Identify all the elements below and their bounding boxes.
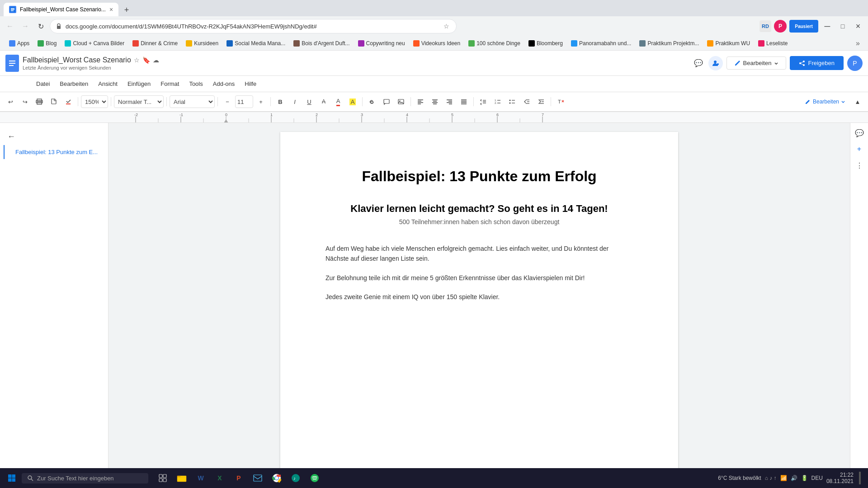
extension-icon-pausiert[interactable]: Pausiert — [789, 20, 818, 33]
new-tab-button[interactable]: + — [120, 4, 133, 16]
style-select[interactable]: Normaler T...Überschrift 1Überschrift 2 — [114, 95, 164, 108]
minimize-button[interactable]: ─ — [821, 20, 834, 33]
bearbeiten-button[interactable]: Bearbeiten — [726, 56, 787, 70]
bookmark-dinner[interactable]: Dinner & Crime — [129, 38, 181, 48]
back-button[interactable]: ← — [4, 20, 16, 33]
line-spacing-button[interactable] — [476, 95, 490, 108]
taskbar-app-5[interactable]: ♪ — [287, 469, 305, 487]
bookmarks-more-button[interactable]: » — [853, 39, 863, 47]
align-justify-button[interactable] — [457, 95, 471, 108]
avatar-circle[interactable]: P — [774, 20, 787, 33]
extension-icon-1[interactable]: RD — [760, 20, 771, 32]
taskbar-mail[interactable] — [249, 469, 267, 487]
windows-start-button[interactable] — [4, 470, 20, 486]
bookmark-doc-icon[interactable]: 🔖 — [142, 56, 150, 64]
active-tab[interactable]: Fallbeispiel_Worst Case Szenario... × — [4, 3, 118, 16]
forward-button[interactable]: → — [19, 20, 32, 33]
bookmark-100dinge[interactable]: 100 schöne Dinge — [465, 38, 524, 48]
network-icon[interactable]: 📶 — [780, 475, 787, 481]
align-left-button[interactable] — [414, 95, 427, 108]
bookmark-apps[interactable]: Apps — [5, 38, 33, 48]
clear-format-button[interactable]: T — [554, 95, 567, 108]
spellcheck-button[interactable] — [61, 95, 75, 108]
menu-einfuegen[interactable]: Einfügen — [123, 79, 155, 89]
increase-indent-button[interactable] — [534, 95, 548, 108]
volume-icon[interactable]: 🔊 — [791, 475, 797, 481]
show-desktop-button[interactable] — [859, 472, 861, 484]
right-panel-icon-3[interactable]: ⋮ — [853, 159, 866, 172]
image-button[interactable] — [394, 95, 408, 108]
close-button[interactable]: × — [852, 20, 864, 33]
menu-ansicht[interactable]: Ansicht — [94, 79, 122, 89]
menu-format[interactable]: Format — [156, 79, 184, 89]
bookmark-bois[interactable]: Bois d'Argent Duft... — [290, 38, 353, 48]
editing-mode-button[interactable]: Bearbeiten — [801, 95, 849, 108]
link-button[interactable] — [365, 95, 379, 108]
font-size-decrease-button[interactable]: − — [221, 95, 234, 108]
taskbar-word[interactable]: W — [192, 469, 210, 487]
user-avatar[interactable]: P — [847, 56, 863, 71]
bookmark-kursideen[interactable]: Kursideen — [182, 38, 222, 48]
bookmark-videokurs[interactable]: Videokurs Ideen — [410, 38, 464, 48]
underline-button[interactable]: U — [302, 95, 316, 108]
redo-button[interactable]: ↪ — [18, 95, 32, 108]
bold-button[interactable]: B — [274, 95, 287, 108]
menu-tools[interactable]: Tools — [184, 79, 207, 89]
font-size-input[interactable] — [235, 95, 253, 108]
strikethrough-button[interactable]: A — [317, 95, 330, 108]
battery-icon[interactable]: 🔋 — [801, 475, 808, 481]
taskbar-clock[interactable]: 21:22 08.11.2021 — [826, 472, 854, 484]
numbered-list-button[interactable]: 1.2. — [491, 95, 505, 108]
zoom-select[interactable]: 150%100%75% — [81, 95, 108, 108]
italic-button[interactable]: I — [288, 95, 302, 108]
menu-datei[interactable]: Datei — [32, 79, 54, 89]
bookmark-canva[interactable]: Cloud + Canva Bilder — [61, 38, 128, 48]
outline-item-heading[interactable]: Fallbeispiel: 13 Punkte zum E... — [4, 145, 108, 159]
toolbar-collapse-button[interactable]: ▲ — [851, 95, 864, 108]
star-doc-icon[interactable]: ☆ — [134, 56, 140, 64]
align-center-button[interactable] — [428, 95, 442, 108]
bookmark-blog[interactable]: Blog — [34, 38, 60, 48]
bookmark-copywriting[interactable]: Copywriting neu — [354, 38, 409, 48]
tab-close-button[interactable]: × — [109, 6, 113, 13]
taskbar-chrome[interactable] — [268, 469, 286, 487]
taskbar-excel[interactable]: X — [211, 469, 229, 487]
menu-addons[interactable]: Add-ons — [208, 79, 239, 89]
taskbar-powerpoint[interactable]: P — [230, 469, 248, 487]
bookmark-bloomberg[interactable]: Bloomberg — [525, 38, 566, 48]
menu-bearbeiten[interactable]: Bearbeiten — [55, 79, 93, 89]
doc-title[interactable]: Fallbeispiel_Worst Case Szenario — [23, 56, 131, 64]
print-button[interactable] — [33, 95, 46, 108]
star-icon[interactable]: ☆ — [442, 22, 451, 31]
address-bar[interactable]: docs.google.com/document/d/1SWM69Bt4UThR… — [50, 19, 457, 33]
menu-hilfe[interactable]: Hilfe — [240, 79, 261, 89]
document-scroll-area[interactable]: Fallbeispiel: 13 Punkte zum Erfolg Klavi… — [108, 123, 850, 468]
right-panel-icon-2[interactable]: + — [853, 143, 866, 155]
restore-button[interactable]: □ — [836, 20, 849, 33]
right-panel-icon-1[interactable]: 💬 — [853, 127, 866, 139]
bookmark-panorama[interactable]: Panoramabahn und... — [567, 38, 635, 48]
comment-button[interactable] — [380, 95, 393, 108]
taskbar-search-bar[interactable]: Zur Suche Text hier eingeben — [22, 473, 148, 483]
font-size-increase-button[interactable]: + — [254, 95, 268, 108]
bookmark-praktikum1[interactable]: Praktikum Projektm... — [636, 38, 703, 48]
comments-icon[interactable]: 💬 — [692, 57, 705, 70]
taskbar-task-view[interactable] — [154, 469, 172, 487]
bookmark-praktikum2[interactable]: Praktikum WU — [703, 38, 754, 48]
paintformat-button[interactable] — [47, 95, 61, 108]
freigeben-button[interactable]: Freigeben — [790, 56, 844, 70]
text-color-button[interactable]: A — [331, 95, 345, 108]
font-select[interactable]: ArialTimes New RomanVerdana — [170, 95, 215, 108]
bookmark-social[interactable]: Social Media Mana... — [223, 38, 289, 48]
decrease-indent-button[interactable] — [520, 95, 533, 108]
bulleted-list-button[interactable] — [505, 95, 519, 108]
taskbar-spotify[interactable] — [306, 469, 324, 487]
align-right-button[interactable] — [443, 95, 456, 108]
sidebar-back-button[interactable]: ← — [0, 128, 108, 145]
add-person-button[interactable] — [708, 56, 723, 70]
bookmark-leseliste[interactable]: Leseliste — [755, 38, 791, 48]
highlight-color-button[interactable]: A — [346, 95, 359, 108]
undo-button[interactable]: ↩ — [4, 95, 17, 108]
refresh-button[interactable]: ↻ — [34, 20, 47, 33]
taskbar-file-explorer[interactable] — [173, 469, 191, 487]
